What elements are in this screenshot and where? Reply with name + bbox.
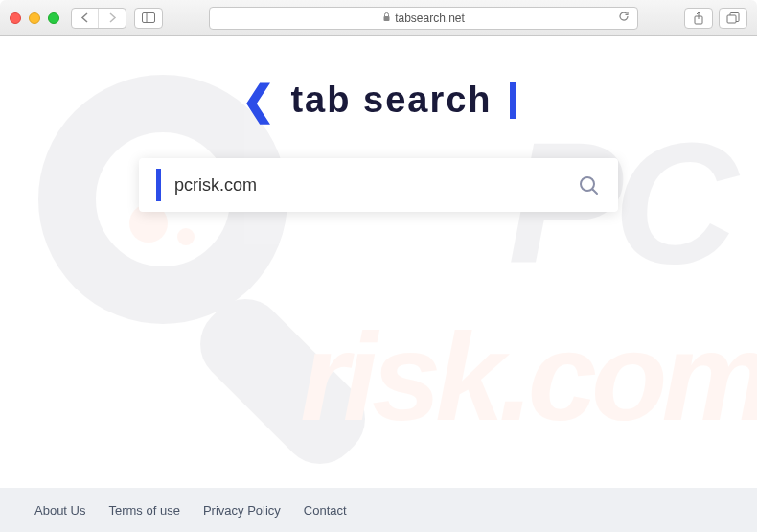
footer: About Us Terms of use Privacy Policy Con… <box>0 488 757 532</box>
window-controls <box>10 12 59 24</box>
chevron-left-icon <box>80 12 89 23</box>
footer-link-about[interactable]: About Us <box>34 503 85 518</box>
footer-link-privacy[interactable]: Privacy Policy <box>203 503 281 518</box>
search-box <box>139 158 618 212</box>
maximize-window-button[interactable] <box>48 12 59 24</box>
chevron-right-icon <box>108 12 117 23</box>
footer-link-terms[interactable]: Terms of use <box>108 503 179 518</box>
chevron-left-icon: ❮ <box>241 77 277 124</box>
share-icon <box>693 12 704 25</box>
search-button[interactable] <box>576 173 601 197</box>
page-content: PC risk.com ❮ tab search About Us Terms … <box>0 36 757 532</box>
tabs-icon <box>726 12 740 24</box>
nav-back-forward <box>71 8 126 29</box>
minimize-window-button[interactable] <box>29 12 40 24</box>
tabs-button[interactable] <box>719 8 747 29</box>
close-window-button[interactable] <box>10 12 21 24</box>
forward-button[interactable] <box>99 9 126 28</box>
url-text: tabsearch.net <box>395 12 465 25</box>
back-button[interactable] <box>72 9 99 28</box>
reload-button[interactable] <box>618 11 630 25</box>
sidebar-icon <box>142 12 155 23</box>
search-icon <box>578 174 599 196</box>
logo-text: tab search <box>290 80 492 121</box>
svg-rect-2 <box>384 16 390 21</box>
svg-rect-4 <box>727 15 736 23</box>
safari-toolbar: tabsearch.net <box>0 0 757 36</box>
share-button[interactable] <box>684 8 713 29</box>
cursor-icon <box>510 82 516 119</box>
footer-link-contact[interactable]: Contact <box>304 503 347 518</box>
address-bar[interactable]: tabsearch.net <box>209 7 638 30</box>
sidebar-toggle-button[interactable] <box>134 8 163 29</box>
search-input[interactable] <box>174 175 576 196</box>
search-accent-bar <box>156 169 161 201</box>
svg-rect-0 <box>143 13 155 23</box>
lock-icon <box>382 12 391 24</box>
reload-icon <box>618 11 630 22</box>
svg-line-6 <box>593 190 598 195</box>
logo: ❮ tab search <box>0 36 757 124</box>
